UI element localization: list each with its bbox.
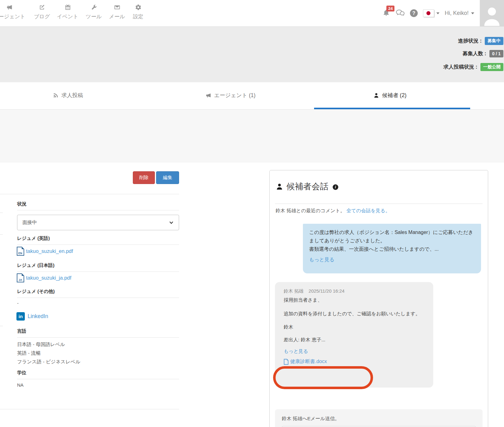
- status-row-posting: 求人投稿状況 : 一般公開: [443, 63, 503, 71]
- language-item: 日本語 - 母国語レベル: [17, 340, 80, 349]
- tab-label: 候補者 (2): [382, 92, 407, 99]
- attachment-link[interactable]: 健康診断書.docx: [284, 358, 425, 365]
- message-text: 書類選考の結果、一次面接へとご招待いたしますので、...: [309, 245, 475, 253]
- resume-ja-link[interactable]: JA takuo_suzuki_ja.pdf: [16, 273, 71, 283]
- show-more-link[interactable]: もっと見る: [284, 348, 425, 355]
- nav-item-agent[interactable]: エージェント: [0, 4, 26, 20]
- help-icon[interactable]: ?: [410, 9, 418, 17]
- divider-stub: [0, 234, 3, 235]
- avatar[interactable]: [480, 0, 504, 26]
- nav-item-label: エージェント: [0, 13, 26, 20]
- send-email-label: 鈴木 拓雄へEメール送信。: [282, 416, 476, 422]
- person-silhouette-icon: [482, 5, 502, 26]
- tab-agents[interactable]: エージェント (1): [205, 92, 255, 99]
- outgoing-message-bubble: この度は弊社の求人（ポジション名：Sales Manager）にご応募いただきま…: [303, 224, 481, 273]
- send-email-footer: 鈴木 拓雄へEメール送信。: [275, 409, 483, 427]
- nav-right-cluster: 24 ? Hi, Keiko!: [382, 0, 474, 26]
- person-icon: [373, 92, 379, 98]
- divider: [0, 409, 179, 409]
- nav-item-label: 設定: [121, 13, 155, 20]
- incoming-message-bubble: 鈴木 拓雄 2025/11/20 16:24 採用担当者さま、 追加の資料を添付…: [275, 282, 433, 388]
- language-item: フランス語 - ビジネスレベル: [17, 357, 80, 366]
- divider-stub: [0, 326, 3, 326]
- status-badge: 募集中: [485, 37, 503, 45]
- degree-value: NA: [17, 382, 24, 388]
- message-header: 鈴木 拓雄 2025/11/20 16:24: [284, 288, 425, 294]
- status-select[interactable]: 面接中: [17, 215, 179, 230]
- resume-other-value: -: [17, 300, 19, 306]
- svg-text:JA: JA: [19, 278, 22, 281]
- greeting-text: Hi, Keiko!: [445, 10, 469, 16]
- status-section-label: 状況: [17, 201, 179, 210]
- message-text: 差出人: 鈴木 恵子...: [284, 337, 425, 343]
- message-text: 採用担当者さま、: [284, 296, 425, 304]
- tab-bar: 求人投稿 エージェント (1) 候補者 (2): [0, 82, 504, 109]
- megaphone-icon: [205, 92, 211, 98]
- status-row-headcount: 募集人数 : 0 / 1: [463, 50, 503, 57]
- person-icon: [276, 183, 283, 191]
- tab-label: エージェント (1): [214, 92, 255, 99]
- languages-list: 日本語 - 母国語レベル 英語 - 流暢 フランス語 - ビジネスレベル: [17, 340, 80, 366]
- language-item: 英語 - 流暢: [17, 349, 80, 357]
- status-select-value: 面接中: [22, 219, 37, 226]
- chat-bubbles-icon: [395, 9, 405, 16]
- conversation-header: 候補者会話 i: [276, 181, 338, 192]
- degree-label: 学位: [17, 370, 179, 379]
- gear-icon: [135, 4, 142, 11]
- tab-label: 求人投稿: [61, 92, 83, 99]
- top-navbar: エージェント ブログ イベント ツール メール 設定 24: [0, 0, 504, 26]
- linkedin-link[interactable]: in LinkedIn: [16, 312, 48, 321]
- tab-job-posting[interactable]: 求人投稿: [53, 92, 83, 99]
- divider: [0, 194, 179, 194]
- conversation-intro: 鈴木 拓雄との最近のコメント。 全ての会話を見る。: [276, 208, 390, 214]
- calendar-icon: [65, 4, 71, 11]
- message-text: 追加の資料を添付しましたので、ご確認をお願いいたします。: [284, 309, 425, 318]
- edit-button[interactable]: 編集: [156, 171, 179, 184]
- nav-item-settings[interactable]: 設定: [121, 4, 155, 20]
- app-screen: エージェント ブログ イベント ツール メール 設定 24: [0, 0, 504, 427]
- status-label: 募集人数 :: [463, 50, 486, 57]
- chevron-down-icon: [169, 220, 174, 225]
- status-badge: 0 / 1: [489, 50, 503, 57]
- intro-text: 鈴木 拓雄との最近のコメント。: [276, 208, 345, 213]
- divider: [275, 204, 483, 204]
- notifications-button[interactable]: 24: [382, 9, 390, 18]
- job-status-band: 進捗状況 : 募集中 募集人数 : 0 / 1 求人投稿状況 : 一般公開: [0, 26, 504, 82]
- language-selector[interactable]: [423, 9, 439, 17]
- resume-en-label: レジュメ (英語): [17, 236, 179, 245]
- document-icon: EN: [16, 246, 25, 256]
- rss-icon: [53, 92, 59, 98]
- info-icon[interactable]: i: [333, 184, 338, 190]
- megaphone-icon: [6, 4, 13, 11]
- japan-flag-icon: [423, 9, 434, 17]
- user-menu[interactable]: Hi, Keiko!: [445, 10, 474, 16]
- view-all-conversations-link[interactable]: 全ての会話を見る。: [346, 208, 390, 213]
- status-label: 求人投稿状況 :: [443, 64, 477, 70]
- resume-en-filename: takuo_suzuki_en.pdf: [26, 248, 73, 254]
- divider-stub: [0, 213, 3, 213]
- status-row-progress: 進捗状況 : 募集中: [458, 37, 503, 45]
- sub-header-band: [0, 109, 504, 162]
- messages-button[interactable]: [395, 9, 405, 18]
- resume-en-link[interactable]: EN takuo_suzuki_en.pdf: [16, 246, 73, 256]
- conversation-title: 候補者会話: [286, 181, 328, 192]
- wrench-icon: [91, 4, 97, 11]
- status-label: 進捗状況 :: [458, 38, 482, 44]
- show-more-link[interactable]: もっと見る: [309, 255, 475, 264]
- tab-candidates[interactable]: 候補者 (2): [373, 92, 407, 99]
- resume-ja-filename: takuo_suzuki_ja.pdf: [26, 275, 71, 281]
- blog-icon: [39, 4, 45, 11]
- message-text: 鈴木: [284, 324, 425, 330]
- sender-name: 鈴木 拓雄: [284, 288, 304, 294]
- notification-count-badge: 24: [386, 6, 394, 11]
- resume-other-label: レジュメ (その他): [17, 289, 179, 298]
- delete-button[interactable]: 削除: [133, 171, 155, 184]
- chevron-down-icon: [471, 12, 474, 14]
- message-text: この度は弊社の求人（ポジション名：Sales Manager）にご応募いただきま…: [309, 228, 475, 245]
- resume-ja-label: レジュメ (日本語): [17, 263, 179, 272]
- status-badge: 一般公開: [480, 63, 503, 71]
- document-icon: JA: [16, 273, 25, 283]
- attachment-filename: 健康診断書.docx: [290, 358, 327, 365]
- chevron-down-icon: [436, 12, 439, 14]
- svg-text:EN: EN: [18, 252, 22, 255]
